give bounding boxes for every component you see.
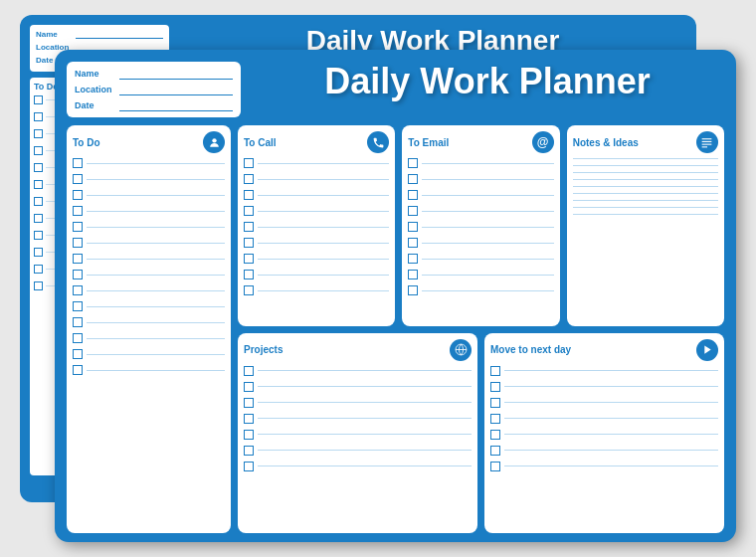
todo-header: To Do (73, 131, 225, 153)
back-checkbox (34, 281, 43, 290)
checkbox[interactable] (408, 270, 418, 279)
checkbox[interactable] (408, 206, 418, 216)
item-line (87, 163, 225, 164)
list-item (73, 333, 225, 343)
item-line (504, 465, 718, 466)
checkbox[interactable] (73, 254, 83, 264)
checkbox[interactable] (244, 158, 254, 168)
checkbox[interactable] (244, 446, 254, 456)
front-body: To Do (67, 125, 724, 533)
brand-line1: Inspiring (682, 506, 724, 518)
list-item (490, 462, 718, 471)
checkbox[interactable] (244, 174, 254, 184)
checkbox[interactable] (73, 301, 83, 311)
checkbox[interactable] (244, 285, 254, 295)
checkbox[interactable] (408, 174, 418, 184)
item-line (573, 165, 718, 166)
list-item (573, 158, 718, 159)
projects-icon (450, 339, 472, 361)
list-item (73, 365, 225, 375)
checkbox[interactable] (490, 414, 500, 424)
checkbox[interactable] (73, 349, 83, 359)
item-line (504, 402, 718, 403)
item-line (422, 259, 553, 260)
checkbox[interactable] (490, 430, 500, 440)
back-checkbox (34, 197, 43, 206)
checkbox[interactable] (244, 398, 254, 408)
list-item (73, 222, 225, 232)
item-line (87, 338, 225, 339)
list-item (573, 172, 718, 173)
list-item (73, 349, 225, 359)
brand-logo: Inspiring Creativity (638, 506, 724, 534)
checkbox[interactable] (244, 382, 254, 392)
call-header: To Call (244, 131, 389, 153)
item-line (87, 243, 225, 244)
move-icon (696, 339, 718, 361)
checkbox[interactable] (490, 446, 500, 456)
checkbox[interactable] (73, 365, 83, 375)
checkbox[interactable] (244, 462, 254, 471)
item-line (87, 179, 225, 180)
item-line (573, 179, 718, 180)
call-list (244, 158, 389, 320)
checkbox[interactable] (73, 285, 83, 295)
checkbox[interactable] (73, 270, 83, 279)
item-line (573, 214, 718, 215)
item-line (258, 227, 389, 228)
checkbox[interactable] (244, 254, 254, 264)
checkbox[interactable] (490, 462, 500, 471)
item-line (87, 322, 225, 323)
checkbox[interactable] (73, 222, 83, 232)
front-name-input[interactable] (119, 68, 233, 80)
checkbox[interactable] (73, 158, 83, 168)
front-date-input[interactable] (119, 99, 233, 111)
checkbox[interactable] (408, 254, 418, 264)
list-item (408, 222, 553, 232)
checkbox[interactable] (244, 414, 254, 424)
list-item (73, 301, 225, 311)
todo-title: To Do (73, 137, 100, 148)
item-line (258, 195, 389, 196)
move-title: Move to next day (490, 344, 571, 355)
checkbox[interactable] (244, 190, 254, 200)
checkbox[interactable] (490, 398, 500, 408)
top-sections: To Call (238, 125, 724, 326)
list-item (244, 174, 389, 184)
move-section: Move to next day (484, 333, 724, 534)
checkbox[interactable] (408, 238, 418, 248)
item-line (504, 386, 718, 387)
list-item (244, 382, 472, 392)
checkbox[interactable] (408, 158, 418, 168)
front-header: Name Location Date Daily Work Planner (67, 62, 724, 117)
item-line (258, 465, 472, 466)
list-item (490, 382, 718, 392)
checkbox[interactable] (408, 222, 418, 232)
item-line (504, 418, 718, 419)
checkbox[interactable] (244, 238, 254, 248)
item-line (87, 354, 225, 355)
move-header: Move to next day (490, 339, 718, 361)
checkbox[interactable] (73, 174, 83, 184)
front-location-input[interactable] (119, 84, 233, 95)
list-item (244, 254, 389, 264)
checkbox[interactable] (490, 366, 500, 376)
checkbox[interactable] (73, 206, 83, 216)
checkbox[interactable] (408, 190, 418, 200)
item-line (258, 402, 472, 403)
checkbox[interactable] (244, 430, 254, 440)
checkbox[interactable] (244, 366, 254, 376)
move-list (490, 366, 718, 528)
checkbox[interactable] (408, 285, 418, 295)
checkbox[interactable] (73, 190, 83, 200)
checkbox[interactable] (73, 238, 83, 248)
checkbox[interactable] (244, 270, 254, 279)
checkbox[interactable] (490, 382, 500, 392)
checkbox[interactable] (244, 222, 254, 232)
checkbox[interactable] (73, 317, 83, 327)
checkbox[interactable] (244, 206, 254, 216)
call-icon (367, 131, 389, 153)
list-item (73, 317, 225, 327)
front-date-row: Date (75, 99, 233, 111)
checkbox[interactable] (73, 333, 83, 343)
